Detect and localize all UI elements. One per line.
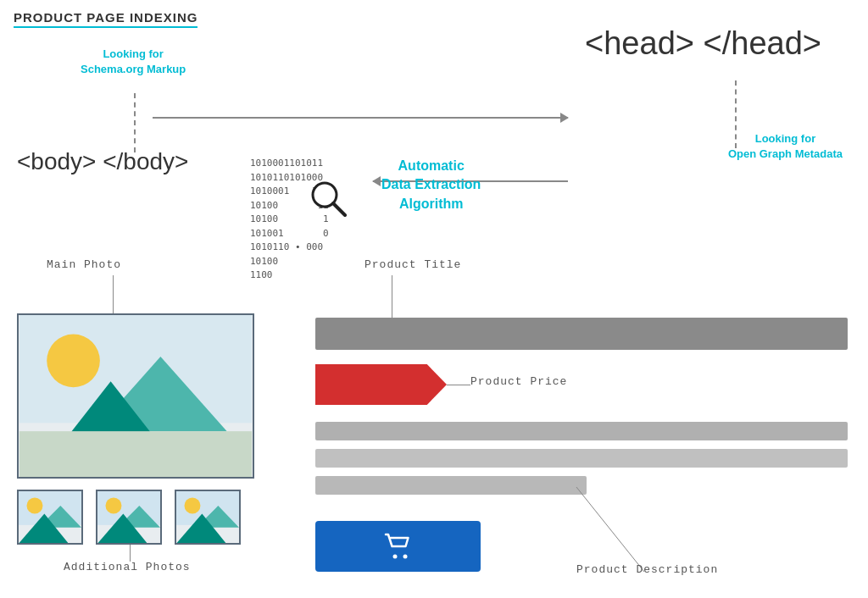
add-to-cart-button[interactable]	[315, 521, 481, 572]
svg-rect-7	[19, 431, 252, 477]
description-bar-2	[315, 449, 848, 468]
binary-block: 1010001101011 1010110101000 1010001 11 1…	[250, 157, 329, 283]
thumbnail-2	[96, 490, 162, 545]
product-price-label: Product Price	[470, 375, 567, 388]
product-title-bar	[315, 318, 848, 350]
svg-point-10	[26, 498, 42, 514]
product-title-line	[392, 275, 392, 318]
thumbnail-3	[175, 490, 241, 545]
product-price-shape	[315, 364, 447, 405]
price-line	[447, 385, 470, 385]
svg-point-4	[47, 335, 100, 388]
cart-icon	[383, 531, 414, 562]
head-tag: <head> </head>	[585, 25, 821, 62]
schema-label: Looking for Schema.org Markup	[81, 47, 186, 77]
description-bar-1	[315, 422, 848, 440]
svg-point-23	[392, 555, 397, 559]
svg-point-20	[184, 498, 200, 514]
main-photo-line	[113, 275, 114, 318]
main-photo-image	[17, 313, 254, 479]
svg-line-1	[333, 203, 345, 215]
main-photo-label: Main Photo	[47, 258, 121, 271]
open-graph-label: Looking for Open Graph Metadata	[728, 131, 843, 162]
arrow-line	[153, 117, 568, 119]
svg-point-24	[403, 555, 407, 559]
additional-photos-label: Additional Photos	[64, 561, 191, 573]
body-tag: <body> </body>	[17, 148, 188, 175]
svg-point-15	[105, 498, 121, 514]
algo-label: Automatic Data Extraction Algorithm	[381, 157, 481, 213]
schema-dashed-line	[134, 93, 136, 152]
additional-line	[130, 545, 131, 562]
magnifier-icon	[308, 178, 348, 219]
product-title-label: Product Title	[364, 258, 461, 271]
page-title: PRODUCT PAGE INDEXING	[14, 10, 198, 28]
description-bar-3	[315, 476, 587, 495]
product-description-label: Product Description	[576, 563, 718, 576]
svg-line-25	[576, 487, 644, 572]
thumbnail-1	[17, 490, 83, 545]
